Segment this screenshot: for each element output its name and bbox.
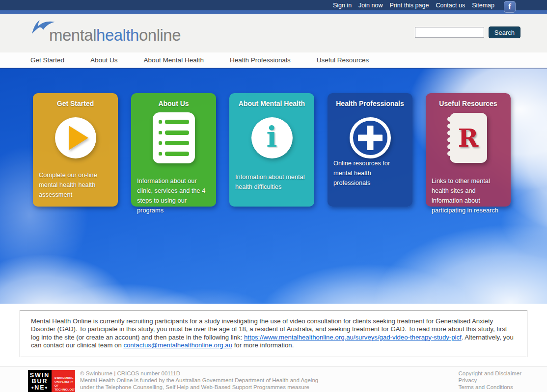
list-icon xyxy=(137,112,210,163)
footer-copyright-block: © Swinburne | CRICOS number 00111D Menta… xyxy=(80,370,318,392)
nav-useful-resources[interactable]: Useful Resources xyxy=(317,56,369,64)
sign-in-link[interactable]: Sign in xyxy=(329,2,355,9)
card-description: Information about mental health difficul… xyxy=(235,172,308,192)
search-input[interactable] xyxy=(415,27,484,38)
play-icon xyxy=(39,112,112,163)
search-button[interactable]: Search xyxy=(489,26,520,38)
logo-part-online: online xyxy=(139,26,181,44)
card-about-us[interactable]: About Us Information about our clinic, s… xyxy=(131,93,216,207)
nav-about-mental-health[interactable]: About Mental Health xyxy=(144,56,204,64)
swinburne-logo-black: SWIN BUR •NE• xyxy=(28,370,52,392)
swin-line: BUR xyxy=(28,378,52,385)
notice-text-end: for more information. xyxy=(232,341,294,349)
study-recruitment-notice: Mental Health Online is currently recrui… xyxy=(20,310,527,357)
top-utility-bar: Sign in Join now Print this page Contact… xyxy=(0,0,547,10)
footer-cricos-line: © Swinburne | CRICOS number 00111D xyxy=(80,370,318,377)
main-navigation: Get Started About Us About Mental Health… xyxy=(0,52,547,68)
search-area: Search xyxy=(415,26,520,38)
contact-us-link[interactable]: Contact us xyxy=(432,2,468,9)
privacy-link[interactable]: Privacy xyxy=(459,377,521,384)
card-get-started[interactable]: Get Started Complete our on-line mental … xyxy=(33,93,118,207)
site-footer: SWIN BUR •NE• SWINBURNE UNIVERSITY OF TE… xyxy=(0,366,547,392)
contact-email-link[interactable]: contactus@mentalhealthonline.org.au xyxy=(123,341,232,349)
facebook-icon[interactable]: f xyxy=(504,1,516,13)
resources-notebook-icon: R xyxy=(432,112,505,163)
join-now-link[interactable]: Join now xyxy=(355,2,386,9)
card-description: Online resources for mental health profe… xyxy=(333,158,407,188)
site-header: mentalhealthonline Search xyxy=(0,14,547,52)
card-description: Links to other mental health sites and i… xyxy=(432,176,505,215)
medical-cross-icon xyxy=(333,112,407,163)
terms-conditions-link[interactable]: Terms and Conditions xyxy=(459,384,521,391)
card-title: About Mental Health xyxy=(235,100,308,107)
card-description: Information about our clinic, services a… xyxy=(137,176,210,215)
swin-red-line: UNIVERSITY OF xyxy=(55,380,75,388)
footer-links: Copyright and Disclaimer Privacy Terms a… xyxy=(459,370,521,392)
swin-red-line: TECHNOLOGY xyxy=(55,388,75,392)
nav-get-started[interactable]: Get Started xyxy=(30,56,64,64)
print-page-link[interactable]: Print this page xyxy=(386,2,432,9)
logo-part-mental: mental xyxy=(49,26,96,44)
nav-about-us[interactable]: About Us xyxy=(90,56,118,64)
logo-part-health: health xyxy=(96,26,139,44)
nav-health-professionals[interactable]: Health Professionals xyxy=(230,56,291,64)
card-useful-resources[interactable]: Useful Resources R Links to other mental… xyxy=(426,93,511,207)
card-title: About Us xyxy=(137,100,210,107)
card-title: Health Professionals xyxy=(333,100,407,107)
swin-line: •NE• xyxy=(28,385,52,391)
card-title: Get Started xyxy=(39,100,112,107)
swin-red-line: SWINBURNE xyxy=(55,376,75,380)
info-icon: i xyxy=(235,112,308,163)
footer-funding-line-2: under the Telephone Counselling, Self He… xyxy=(80,384,318,391)
hero-sky-banner: Get Started Complete our on-line mental … xyxy=(0,68,547,304)
swinburne-logo-red: SWINBURNE UNIVERSITY OF TECHNOLOGY xyxy=(52,370,75,392)
footer-funding-line-1: Mental Health Online is funded by the Au… xyxy=(80,377,318,384)
card-description: Complete our on-line mental health healt… xyxy=(39,170,112,200)
site-logo[interactable]: mentalhealthonline xyxy=(30,18,181,43)
sitemap-link[interactable]: Sitemap xyxy=(468,2,498,9)
card-about-mental-health[interactable]: About Mental Health i Information about … xyxy=(229,93,314,207)
notice-section: Mental Health Online is currently recrui… xyxy=(0,304,547,357)
notice-paragraph: Mental Health Online is currently recrui… xyxy=(31,317,516,350)
copyright-disclaimer-link[interactable]: Copyright and Disclaimer xyxy=(459,370,521,377)
topbar-accent-stripe xyxy=(0,10,547,14)
logo-wordmark: mentalhealthonline xyxy=(49,27,181,43)
hero-card-row: Get Started Complete our on-line mental … xyxy=(33,93,511,207)
card-title: Useful Resources xyxy=(432,100,505,107)
study-link[interactable]: https://www.mentalhealthonline.org.au/su… xyxy=(244,334,462,341)
card-health-professionals[interactable]: Health Professionals Online resources fo… xyxy=(328,93,412,207)
